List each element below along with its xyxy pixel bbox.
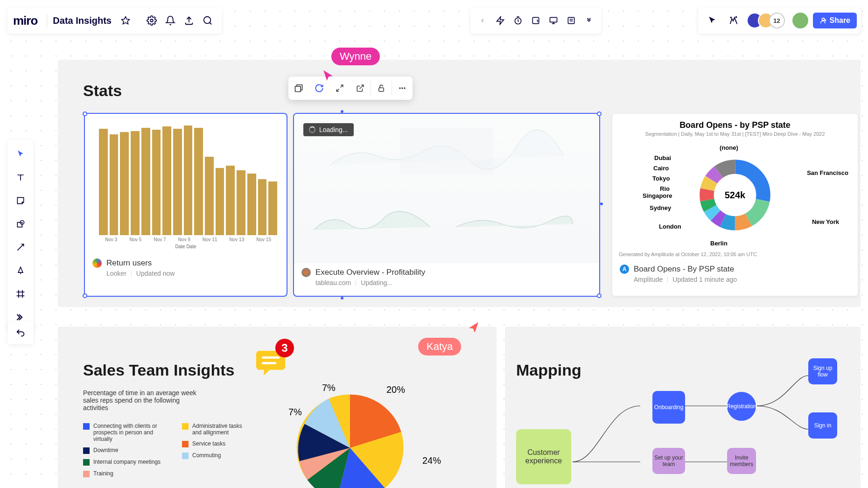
- node-setup[interactable]: Set up your team: [652, 448, 685, 474]
- svg-rect-8: [550, 17, 557, 22]
- sales-title: Sales Team Insights: [83, 361, 234, 379]
- card-source: tableau.com: [315, 279, 351, 286]
- card-title: Return users: [106, 258, 152, 268]
- bell-icon[interactable]: [162, 12, 179, 29]
- legend-col1: Connecting with clients or prospects in …: [83, 423, 162, 482]
- export-icon[interactable]: [181, 12, 197, 29]
- node-registration[interactable]: Registration: [727, 392, 756, 421]
- selection-midpoint[interactable]: [341, 297, 343, 300]
- svg-point-14: [822, 18, 824, 21]
- svg-marker-5: [497, 17, 504, 25]
- pie-label-20: 20%: [386, 384, 405, 395]
- donut-chart: Board Opens - by PSP state Segmentation …: [612, 114, 858, 265]
- line-tool[interactable]: [11, 238, 30, 257]
- text-tool[interactable]: [11, 168, 30, 187]
- loading-text: Loading...: [319, 126, 348, 133]
- chart-title: Board Opens - by PSP state: [617, 120, 853, 130]
- spinner-icon: [309, 126, 315, 133]
- more-apps-icon[interactable]: [581, 12, 597, 29]
- selection-handle[interactable]: [597, 293, 602, 298]
- stats-title: Stats: [83, 82, 122, 100]
- pie-label-24: 24%: [422, 455, 441, 466]
- chart-meta: Segmentation | Daily, May 1st to May 31s…: [617, 131, 853, 137]
- svg-line-19: [17, 244, 23, 250]
- present-icon[interactable]: [545, 12, 562, 29]
- undo-button[interactable]: [7, 322, 34, 344]
- sales-pie-chart: [294, 392, 406, 488]
- lock-icon[interactable]: [371, 77, 392, 100]
- card-title: Board Opens - By PSP state: [634, 265, 734, 274]
- tableau-preview: [294, 114, 599, 263]
- card-tableau[interactable]: Loading... Execute Overview - Profitabil…: [294, 114, 599, 296]
- svg-point-31: [399, 87, 400, 89]
- amplitude-icon: A: [620, 265, 629, 274]
- reactions-icon[interactable]: [725, 12, 742, 29]
- lightning-icon[interactable]: [492, 12, 509, 29]
- card-amplitude[interactable]: Board Opens - by PSP state Segmentation …: [612, 114, 858, 296]
- cursor-wynne-arrow: [321, 69, 335, 85]
- avatar-overflow[interactable]: 12: [769, 13, 785, 28]
- svg-line-29: [360, 85, 364, 89]
- sticky-tool[interactable]: [11, 191, 30, 210]
- replace-icon[interactable]: [288, 77, 309, 100]
- comment-bubble[interactable]: 3: [254, 345, 287, 381]
- timer-icon[interactable]: [510, 12, 526, 29]
- cursor-icon[interactable]: [704, 12, 721, 29]
- settings-icon[interactable]: [143, 12, 160, 29]
- cursor-wynne-label: Wynne: [331, 48, 380, 65]
- svg-point-13: [735, 17, 736, 18]
- svg-point-33: [404, 87, 405, 89]
- chevron-left-icon[interactable]: [474, 12, 491, 29]
- node-invite[interactable]: Invite members: [727, 448, 756, 474]
- chart-footer: Generated by Amplitude at October 12, 20…: [617, 249, 853, 260]
- node-signin[interactable]: Sign in: [808, 412, 837, 439]
- svg-line-4: [210, 22, 211, 24]
- comments-icon[interactable]: [563, 12, 580, 29]
- svg-line-28: [336, 89, 339, 91]
- search-icon[interactable]: [199, 12, 216, 29]
- node-signup[interactable]: Sign up flow: [808, 358, 837, 384]
- comment-count-badge: 3: [275, 339, 294, 357]
- board-title[interactable]: Data Insights: [53, 15, 112, 26]
- context-toolbar: [288, 77, 413, 100]
- miro-logo[interactable]: miro: [13, 14, 37, 28]
- vote-icon[interactable]: [527, 12, 544, 29]
- svg-marker-0: [122, 17, 130, 24]
- node-onboarding[interactable]: Onboarding: [652, 391, 685, 424]
- frame-tool[interactable]: [11, 285, 30, 303]
- more-icon[interactable]: [392, 77, 413, 100]
- header-tools: [470, 7, 601, 34]
- svg-line-27: [341, 85, 343, 87]
- card-return-users[interactable]: Nov 3Nov 5Nov 7Nov 9Nov 11Nov 13Nov 15 D…: [85, 114, 287, 296]
- donut-center-value: 524k: [725, 190, 746, 201]
- left-toolbar: [7, 140, 34, 331]
- share-label: Share: [830, 16, 850, 25]
- open-link-icon[interactable]: [350, 77, 371, 100]
- star-icon[interactable]: [117, 12, 134, 29]
- pen-tool[interactable]: [11, 261, 30, 280]
- tableau-icon: [301, 268, 311, 277]
- svg-point-12: [730, 17, 731, 18]
- select-tool[interactable]: [11, 145, 30, 163]
- shape-tool[interactable]: [11, 215, 30, 233]
- selection-handle[interactable]: [83, 293, 87, 298]
- pie-label-7a: 7%: [322, 383, 336, 393]
- header-collab: 12 Share: [698, 7, 861, 34]
- sales-subtitle: Percentage of time in an average week sa…: [83, 389, 204, 411]
- node-customer[interactable]: Customer experience: [516, 429, 571, 484]
- selection-handle[interactable]: [83, 112, 87, 116]
- svg-point-3: [204, 17, 211, 24]
- svg-rect-26: [295, 86, 301, 92]
- divider: [47, 14, 47, 27]
- card-updated: Updating...: [361, 279, 392, 286]
- card-updated: Updated 1 minute ago: [672, 276, 737, 283]
- selection-midpoint[interactable]: [341, 110, 343, 113]
- cursor-katya-label: Katya: [418, 338, 461, 356]
- mapping-title: Mapping: [516, 361, 581, 379]
- selection-handle[interactable]: [597, 112, 602, 116]
- selection-midpoint[interactable]: [600, 202, 603, 205]
- header-left: miro Data Insights: [7, 7, 222, 34]
- avatar-me[interactable]: [792, 13, 808, 28]
- svg-rect-30: [379, 88, 384, 91]
- share-button[interactable]: Share: [813, 13, 857, 28]
